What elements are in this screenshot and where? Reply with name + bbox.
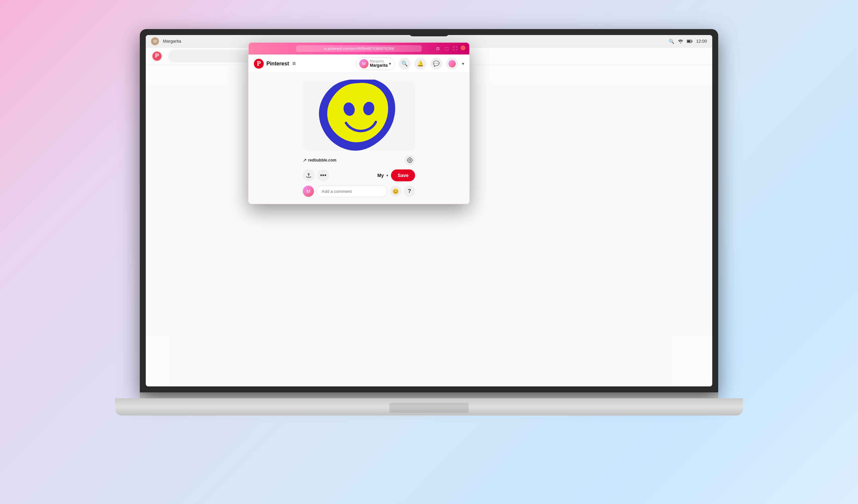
- commenter-avatar: M: [303, 185, 314, 197]
- profile-button[interactable]: [446, 58, 458, 70]
- menubar-time: 12:00: [696, 39, 707, 44]
- menubar-avatar: M: [151, 37, 159, 45]
- laptop-notch: [409, 29, 449, 36]
- pin-actions-bar: ••• My ▾ Save: [303, 169, 415, 181]
- pin-image-container: [303, 80, 415, 151]
- pin-more-button[interactable]: •••: [317, 169, 329, 181]
- laptop-base: [115, 398, 743, 416]
- trackpad[interactable]: [390, 403, 468, 413]
- my-save-section[interactable]: My ▾: [378, 173, 388, 178]
- screen-bezel: M Margarita 🔍 12:00 P: [140, 29, 718, 392]
- browser-controls: ⊡ ⬚ ⛶ ×: [435, 46, 465, 51]
- messages-button[interactable]: 💬: [430, 58, 442, 70]
- menubar-search-icon[interactable]: 🔍: [668, 38, 674, 44]
- browser-pip-icon[interactable]: ⬚: [444, 46, 449, 51]
- pinterest-logo-button[interactable]: P Pinterest ≡: [254, 59, 296, 69]
- save-button[interactable]: Save: [391, 169, 415, 181]
- menubar-wifi-icon: [678, 38, 683, 44]
- browser-url-bar[interactable]: ru.pinterest.com/pin/460844974386876269/: [296, 45, 422, 52]
- pinterest-hamburger-icon[interactable]: ≡: [292, 60, 296, 67]
- help-button[interactable]: ?: [404, 185, 415, 197]
- pin-source-link[interactable]: ↗ redbubble.com: [303, 158, 336, 163]
- search-button[interactable]: 🔍: [399, 58, 411, 70]
- user-name-stack: Margarita Margarita: [370, 60, 388, 68]
- bg-logo: P: [153, 51, 162, 61]
- pinterest-logo-icon: P: [254, 59, 264, 69]
- user-name-label: Margarita: [370, 60, 388, 63]
- pin-lens-button[interactable]: [404, 155, 415, 165]
- header-chevron-icon: ▾: [462, 62, 464, 66]
- my-chevron-icon: ▾: [386, 174, 388, 178]
- pin-source-bar: ↗ redbubble.com: [303, 155, 415, 165]
- laptop-screen: M Margarita 🔍 12:00 P: [146, 35, 712, 386]
- share-icon: [306, 173, 312, 178]
- user-name-value: Margarita: [370, 63, 388, 68]
- svg-rect-1: [692, 40, 693, 42]
- comment-input[interactable]: [317, 185, 387, 197]
- laptop-base-wrapper: [140, 392, 718, 398]
- browser-close-button[interactable]: ×: [461, 46, 465, 50]
- user-avatar: M: [359, 59, 368, 68]
- svg-rect-2: [687, 40, 691, 42]
- notification-button[interactable]: 🔔: [414, 58, 426, 70]
- browser-titlebar: ru.pinterest.com/pin/460844974386876269/…: [249, 43, 469, 54]
- pin-comment-bar: M 😊 ?: [303, 185, 415, 197]
- browser-bookmark-icon[interactable]: ⊡: [435, 46, 441, 51]
- svg-point-6: [409, 159, 411, 161]
- pinterest-user-section[interactable]: M Margarita Margarita ▾: [355, 58, 395, 70]
- pin-source-text: redbubble.com: [308, 158, 336, 162]
- smiley-face-image: [313, 80, 405, 151]
- menubar-user-text: Margarita: [163, 39, 181, 44]
- pinterest-wordmark: Pinterest: [266, 61, 289, 67]
- pin-share-button[interactable]: [303, 169, 315, 181]
- laptop-hinge: [140, 392, 718, 398]
- user-chevron-icon: ▾: [389, 62, 391, 66]
- pinterest-header: P Pinterest ≡ M Margarita Margarita: [249, 54, 469, 73]
- laptop: M Margarita 🔍 12:00 P: [115, 29, 743, 475]
- lens-icon: [407, 157, 413, 163]
- browser-window: ru.pinterest.com/pin/460844974386876269/…: [248, 42, 470, 204]
- pinterest-app: P Pinterest ≡ M Margarita Margarita: [249, 54, 469, 204]
- menubar-battery-icon: [687, 38, 693, 44]
- emoji-button[interactable]: 😊: [390, 185, 401, 197]
- dots-icon: •••: [320, 172, 327, 179]
- pin-detail: ↗ redbubble.com: [249, 73, 469, 204]
- my-save-text: My: [378, 173, 384, 178]
- source-arrow-icon: ↗: [303, 158, 307, 163]
- browser-expand-icon[interactable]: ⛶: [452, 46, 458, 51]
